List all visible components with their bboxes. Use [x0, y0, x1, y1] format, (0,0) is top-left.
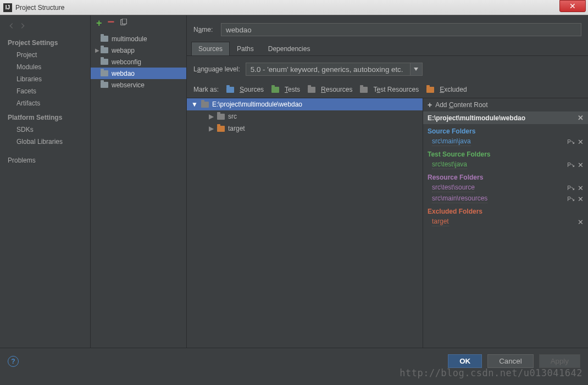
mark-excluded[interactable]: Excluded: [426, 86, 467, 93]
module-item-webservice[interactable]: webservice: [91, 79, 186, 91]
window-title: Project Structure: [15, 4, 585, 12]
folder-icon: [271, 87, 279, 93]
mark-tests[interactable]: Tests: [271, 86, 300, 93]
remove-folder-icon[interactable]: ✕: [578, 161, 584, 169]
mark-resources[interactable]: Resources: [308, 86, 352, 93]
folder-entry[interactable]: src\test\javaP↘✕: [423, 159, 588, 170]
folder-icon: [360, 87, 368, 93]
cancel-button[interactable]: Cancel: [487, 354, 534, 368]
rf-heading: Resource Folders: [423, 170, 588, 182]
content-tree-panel: ▼ E:\project\multimodule\webdao ▶src▶tar…: [187, 98, 423, 348]
module-name-input[interactable]: [221, 23, 581, 36]
sidebar-item-project[interactable]: Project: [0, 49, 90, 61]
folder-icon: [308, 87, 315, 93]
module-item-multimodule[interactable]: multimodule: [91, 33, 186, 44]
module-list-panel: + − multimodule▶webappwebconfigwebdaoweb…: [91, 15, 187, 348]
footer: ? OK Cancel Apply: [0, 348, 588, 374]
mark-as-label: Mark as:: [193, 86, 219, 93]
sidebar-item-modules[interactable]: Modules: [0, 61, 90, 73]
sidebar-item-problems[interactable]: Problems: [0, 154, 90, 166]
main-panel: Name: SourcesPathsDependencies Language …: [187, 15, 588, 348]
sidebar-item-global-libraries[interactable]: Global Libraries: [0, 136, 90, 148]
folder-icon: [426, 87, 434, 93]
content-root-path: E:\project\multimodule\webdao: [212, 101, 302, 108]
help-button[interactable]: ?: [8, 356, 19, 367]
properties-icon[interactable]: P↘: [567, 162, 574, 168]
chevron-down-icon: ▼: [191, 101, 198, 108]
add-module-icon[interactable]: +: [96, 18, 102, 29]
module-item-webdao[interactable]: webdao: [91, 68, 186, 79]
folder-icon: [101, 59, 108, 65]
tf-heading: Test Source Folders: [423, 147, 588, 159]
tab-sources[interactable]: Sources: [191, 42, 230, 55]
folder-icon: [201, 102, 209, 108]
folder-entry[interactable]: src\main\javaP↘✕: [423, 136, 588, 147]
folders-panel: + Add Content Root E:\project\multimodul…: [423, 98, 588, 348]
properties-icon[interactable]: P↘: [567, 139, 574, 145]
folder-entry[interactable]: target✕: [423, 216, 588, 227]
remove-folder-icon[interactable]: ✕: [578, 184, 584, 192]
plus-icon: +: [428, 101, 432, 109]
chevron-right-icon: ▶: [94, 47, 101, 53]
remove-module-icon[interactable]: −: [108, 15, 115, 29]
sidebar-item-libraries[interactable]: Libraries: [0, 73, 90, 85]
folder-icon: [101, 82, 108, 88]
folder-icon: [217, 114, 225, 120]
folder-icon: [101, 70, 108, 76]
chevron-down-icon[interactable]: [411, 63, 423, 76]
copy-module-icon[interactable]: [120, 19, 127, 28]
tab-paths[interactable]: Paths: [230, 42, 261, 55]
sidebar-item-sdks[interactable]: SDKs: [0, 124, 90, 136]
ef-heading: Excluded Folders: [423, 204, 588, 216]
mark-sources[interactable]: Sources: [226, 86, 264, 93]
app-icon: IJ: [3, 3, 12, 12]
folder-entry[interactable]: src\test\sourceP↘✕: [423, 182, 588, 193]
chevron-right-icon: ▶: [209, 113, 214, 120]
tree-row-src[interactable]: ▶src: [187, 110, 423, 122]
tabs: SourcesPathsDependencies: [187, 42, 588, 56]
add-content-root-button[interactable]: + Add Content Root: [423, 98, 588, 111]
apply-button[interactable]: Apply: [539, 354, 580, 368]
sidebar-item-artifacts[interactable]: Artifacts: [0, 97, 90, 109]
module-item-webconfig[interactable]: webconfig: [91, 56, 186, 68]
mark-test-resources[interactable]: Test Resources: [360, 86, 419, 93]
folder-icon: [101, 47, 108, 53]
remove-folder-icon[interactable]: ✕: [578, 195, 584, 203]
content-root-row[interactable]: ▼ E:\project\multimodule\webdao: [187, 98, 423, 110]
chevron-right-icon: ▶: [209, 125, 214, 132]
window-close-button[interactable]: ✕: [559, 0, 586, 12]
remove-root-icon[interactable]: ✕: [578, 114, 584, 122]
folder-entry[interactable]: src\main\resourcesP↘✕: [423, 193, 588, 204]
svg-rect-1: [123, 19, 127, 24]
module-item-webapp[interactable]: ▶webapp: [91, 44, 186, 56]
forward-icon[interactable]: [19, 22, 26, 31]
remove-folder-icon[interactable]: ✕: [578, 218, 584, 226]
remove-folder-icon[interactable]: ✕: [578, 138, 584, 146]
tree-row-target[interactable]: ▶target: [187, 122, 423, 135]
folder-icon: [226, 87, 234, 93]
back-icon[interactable]: [8, 22, 15, 31]
project-settings-heading: Project Settings: [0, 35, 90, 49]
sidebar-item-facets[interactable]: Facets: [0, 85, 90, 97]
titlebar: IJ Project Structure ✕: [0, 0, 588, 15]
properties-icon[interactable]: P↘: [567, 196, 574, 202]
close-icon: ✕: [569, 2, 576, 10]
content-root-header: E:\project\multimodule\webdao ✕: [423, 111, 588, 124]
folder-icon: [217, 126, 225, 132]
sf-heading: Source Folders: [423, 124, 588, 136]
language-level-label: Language level:: [193, 65, 240, 73]
sidebar: Project Settings Project Modules Librari…: [0, 15, 91, 348]
folder-icon: [101, 36, 108, 42]
platform-settings-heading: Platform Settings: [0, 109, 90, 124]
name-label: Name:: [193, 26, 215, 34]
properties-icon[interactable]: P↘: [567, 185, 574, 191]
tab-dependencies[interactable]: Dependencies: [261, 42, 318, 55]
ok-button[interactable]: OK: [448, 354, 482, 368]
language-level-select[interactable]: [246, 63, 423, 76]
